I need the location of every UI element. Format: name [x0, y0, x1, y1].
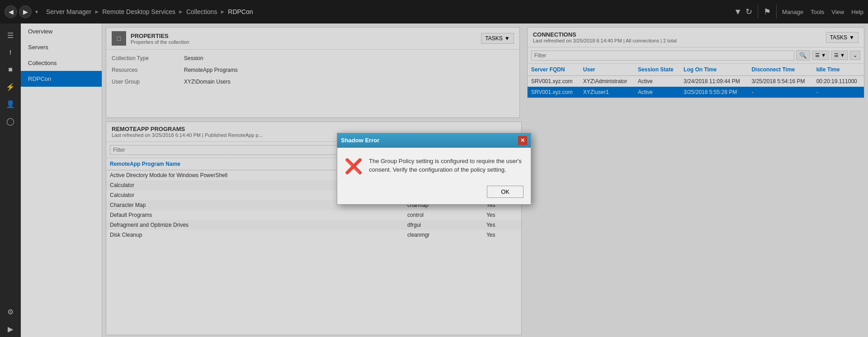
dialog-body: ❌ The Group Policy setting is configured…: [337, 148, 531, 182]
shadow-error-dialog: Shadow Error ✕ ❌ The Group Policy settin…: [337, 133, 531, 205]
dialog-footer: OK: [337, 182, 531, 204]
error-icon: ❌: [344, 158, 363, 175]
dialog-title: Shadow Error: [341, 137, 379, 144]
dialog-titlebar: Shadow Error ✕: [337, 133, 531, 148]
dialog-ok-button[interactable]: OK: [487, 186, 524, 198]
dialog-message: The Group Policy setting is configured t…: [369, 157, 522, 174]
dialog-close-button[interactable]: ✕: [518, 136, 527, 145]
dialog-overlay: Shadow Error ✕ ❌ The Group Policy settin…: [0, 0, 868, 337]
